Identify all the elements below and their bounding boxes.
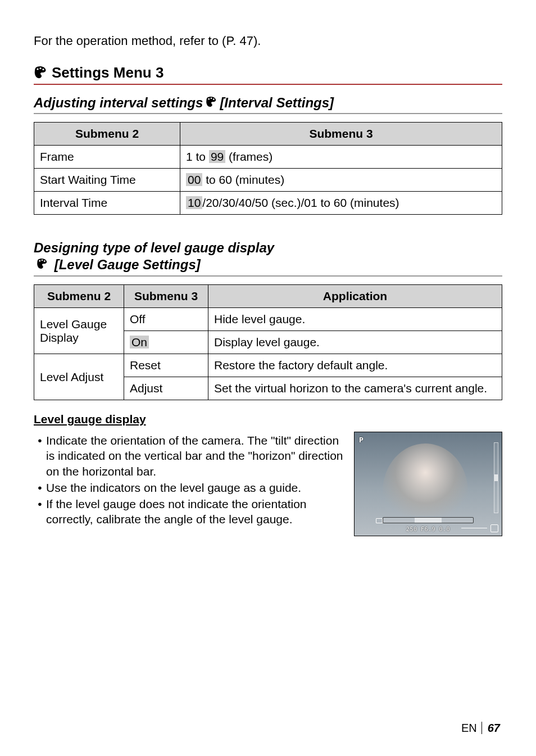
val-hl: On bbox=[130, 336, 149, 348]
table-header-row: Submenu 2 Submenu 3 bbox=[34, 123, 502, 146]
row-s3: Reset bbox=[124, 354, 208, 377]
interval-table: Submenu 2 Submenu 3 Frame 1 to 99 (frame… bbox=[34, 122, 502, 215]
table-row: Level Adjust Reset Restore the factory d… bbox=[34, 354, 502, 377]
page-number: 67 bbox=[488, 722, 500, 734]
bullet-dot: • bbox=[34, 433, 46, 479]
val-pre: 1 to bbox=[186, 150, 209, 163]
section-title-level: Designing type of level gauge display [L… bbox=[34, 239, 502, 273]
bullet-text: Indicate the orientation of the camera. … bbox=[46, 433, 345, 479]
section-title-level-line2: [Level Gauge Settings] bbox=[54, 257, 201, 272]
horizon-gauge bbox=[383, 517, 474, 523]
bullet-text: If the level gauge does not indicate the… bbox=[46, 496, 345, 527]
svg-point-6 bbox=[39, 260, 40, 262]
svg-point-0 bbox=[37, 68, 38, 70]
table-header-row: Submenu 2 Submenu 3 Application bbox=[34, 285, 502, 308]
section-title-interval: Adjusting interval settings [Interval Se… bbox=[34, 95, 502, 111]
red-rule bbox=[34, 84, 502, 85]
level-table: Submenu 2 Submenu 3 Application Level Ga… bbox=[34, 284, 502, 400]
svg-point-8 bbox=[44, 260, 46, 262]
intro-text: For the operation method, refer to (P. 4… bbox=[34, 34, 502, 48]
tilt-gauge bbox=[494, 442, 498, 513]
table-row: Start Waiting Time 00 to 60 (minutes) bbox=[34, 169, 502, 192]
preview-subject bbox=[383, 443, 468, 516]
svg-point-2 bbox=[42, 69, 44, 70]
row-app: Display level gauge. bbox=[208, 331, 502, 354]
table-row: Interval Time 10/20/30/40/50 (sec.)/01 t… bbox=[34, 192, 502, 215]
camera-icon bbox=[376, 518, 383, 523]
svg-point-3 bbox=[208, 98, 210, 100]
row-val: 10/20/30/40/50 (sec.)/01 to 60 (minutes) bbox=[180, 192, 502, 215]
palette-icon bbox=[34, 66, 47, 82]
row-s3: Off bbox=[124, 308, 208, 331]
exposure-readout: 250 F6.9 0.0 bbox=[355, 526, 502, 532]
list-item: •Use the indicators on the level gauge a… bbox=[34, 480, 345, 495]
val-post: /20/30/40/50 (sec.)/01 to 60 (minutes) bbox=[202, 196, 399, 209]
menu-title: Settings Menu 3 bbox=[52, 64, 163, 82]
row-key: Frame bbox=[34, 146, 180, 169]
th-submenu3: Submenu 3 bbox=[124, 285, 208, 308]
palette-icon bbox=[36, 258, 48, 271]
footer-lang: EN bbox=[461, 722, 477, 734]
row-val: 1 to 99 (frames) bbox=[180, 146, 502, 169]
th-submenu2: Submenu 2 bbox=[34, 285, 124, 308]
row-span: Level Gauge Display bbox=[34, 308, 124, 354]
row-s3: Adjust bbox=[124, 377, 208, 400]
svg-point-1 bbox=[39, 67, 41, 69]
palette-icon bbox=[205, 96, 217, 110]
page-footer: EN67 bbox=[461, 722, 500, 735]
val-hl: 10 bbox=[186, 196, 202, 209]
list-item: •Indicate the orientation of the camera.… bbox=[34, 433, 345, 479]
row-key: Start Waiting Time bbox=[34, 169, 180, 192]
table-row: Frame 1 to 99 (frames) bbox=[34, 146, 502, 169]
val-hl: 00 bbox=[186, 173, 202, 186]
section-title-interval-pre: Adjusting interval settings bbox=[34, 95, 203, 111]
th-submenu3: Submenu 3 bbox=[180, 123, 502, 146]
th-application: Application bbox=[208, 285, 502, 308]
bullet-dot: • bbox=[34, 480, 46, 495]
row-key: Interval Time bbox=[34, 192, 180, 215]
row-app: Restore the factory default angle. bbox=[208, 354, 502, 377]
bullet-list: •Indicate the orientation of the camera.… bbox=[34, 432, 345, 536]
menu-header: Settings Menu 3 bbox=[34, 64, 502, 82]
gray-rule bbox=[34, 275, 502, 277]
val-hl: 99 bbox=[209, 150, 225, 163]
section-title-interval-post: [Interval Settings] bbox=[220, 95, 334, 111]
mode-indicator: P bbox=[359, 436, 364, 444]
level-gauge-display-heading: Level gauge display bbox=[34, 413, 502, 426]
row-s3: On bbox=[124, 331, 208, 354]
svg-point-7 bbox=[42, 259, 43, 261]
section-title-level-line1: Designing type of level gauge display bbox=[34, 239, 502, 256]
svg-point-5 bbox=[213, 98, 215, 100]
table-row: Level Gauge Display Off Hide level gauge… bbox=[34, 308, 502, 331]
val-post: to 60 (minutes) bbox=[202, 173, 284, 186]
th-submenu2: Submenu 2 bbox=[34, 123, 180, 146]
gray-rule bbox=[34, 113, 502, 114]
row-span: Level Adjust bbox=[34, 354, 124, 400]
svg-point-4 bbox=[211, 97, 212, 99]
row-app: Set the virtual horizon to the camera's … bbox=[208, 377, 502, 400]
val-post: (frames) bbox=[225, 150, 272, 163]
row-val: 00 to 60 (minutes) bbox=[180, 169, 502, 192]
bullet-text: Use the indicators on the level gauge as… bbox=[46, 480, 345, 495]
camera-preview: P 250 F6.9 0.0 bbox=[354, 432, 502, 536]
list-item: •If the level gauge does not indicate th… bbox=[34, 496, 345, 527]
row-app: Hide level gauge. bbox=[208, 308, 502, 331]
bullet-dot: • bbox=[34, 496, 46, 527]
